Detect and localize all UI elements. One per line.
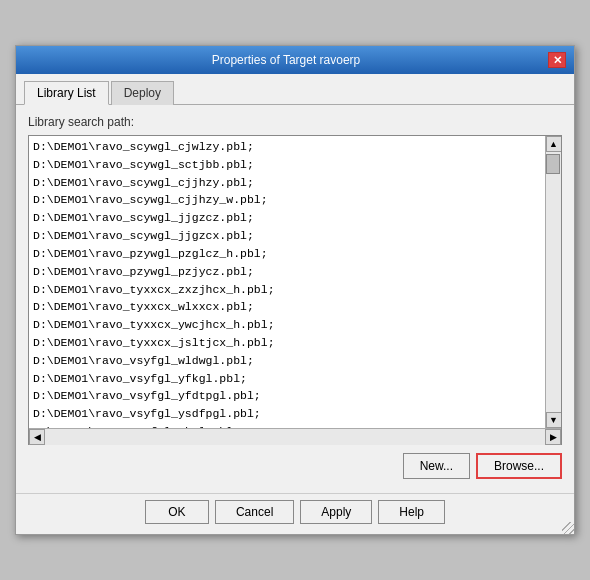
cancel-button[interactable]: Cancel (215, 500, 294, 524)
list-item: D:\DEMO1\ravo_tyxxcx_jsltjcx_h.pbl; (33, 334, 541, 352)
apply-button[interactable]: Apply (300, 500, 372, 524)
list-item: D:\DEMO1\ravo_scywgl_cjwlzy.pbl; (33, 138, 541, 156)
scroll-right-arrow[interactable]: ▶ (545, 429, 561, 445)
list-item: D:\DEMO1\ravo_scywgl_jjgzcz.pbl; (33, 209, 541, 227)
list-item: D:\DEMO1\ravo_vsyfgl_yfdtpgl.pbl; (33, 387, 541, 405)
list-item: D:\DEMO1\ravo_scywgl_cjjhzy.pbl; (33, 174, 541, 192)
new-button[interactable]: New... (403, 453, 470, 479)
size-grip (562, 522, 574, 534)
scroll-left-arrow[interactable]: ◀ (29, 429, 45, 445)
horizontal-scrollbar[interactable]: ◀ ▶ (29, 428, 561, 444)
tab-bar: Library List Deploy (16, 74, 574, 105)
list-item: D:\DEMO1\ravo_tyxxcx_wlxxcx.pbl; (33, 298, 541, 316)
list-item: D:\DEMO1\ravo_pzywgl_pzjycz.pbl; (33, 263, 541, 281)
vertical-scrollbar[interactable]: ▲ ▼ (545, 136, 561, 428)
tab-library-list[interactable]: Library List (24, 81, 109, 105)
list-item: D:\DEMO1\ravo_tyxxcx_zxzjhcx_h.pbl; (33, 281, 541, 299)
scroll-up-arrow[interactable]: ▲ (546, 136, 562, 152)
list-item: D:\DEMO1\ravo_scywgl_cjjhzy_w.pbl; (33, 191, 541, 209)
title-bar: Properties of Target ravoerp ✕ (16, 46, 574, 74)
h-scroll-track[interactable] (45, 429, 545, 445)
action-buttons: New... Browse... (28, 453, 562, 483)
tab-content: Library search path: D:\DEMO1\ravo_scywg… (16, 105, 574, 493)
section-label: Library search path: (28, 115, 562, 129)
list-item: D:\DEMO1\ravo_vsyfgl_wldwgl.pbl; (33, 352, 541, 370)
scroll-thumb[interactable] (546, 154, 560, 174)
help-button[interactable]: Help (378, 500, 445, 524)
dialog-title: Properties of Target ravoerp (24, 53, 548, 67)
close-button[interactable]: ✕ (548, 52, 566, 68)
list-item: D:\DEMO1\ravo_scywgl_sctjbb.pbl; (33, 156, 541, 174)
list-item: D:\DEMO1\ravo_vsyfgl_yfkgl.pbl; (33, 370, 541, 388)
list-item: D:\DEMO1\ravo_scywgl_jjgzcx.pbl; (33, 227, 541, 245)
bottom-buttons: OK Cancel Apply Help (16, 493, 574, 534)
scroll-down-arrow[interactable]: ▼ (546, 412, 562, 428)
ok-button[interactable]: OK (145, 500, 209, 524)
list-item: D:\DEMO1\ravo_tyxxcx_ywcjhcx_h.pbl; (33, 316, 541, 334)
scroll-track[interactable] (546, 152, 561, 412)
browse-button[interactable]: Browse... (476, 453, 562, 479)
library-list[interactable]: D:\DEMO1\ravo_scywgl_cjwlzy.pbl;D:\DEMO1… (29, 136, 545, 428)
list-item: D:\DEMO1\ravo_vsyfgl_ysdfpgl.pbl; (33, 405, 541, 423)
tab-deploy[interactable]: Deploy (111, 81, 174, 105)
list-item: D:\DEMO1\ravo_pzywgl_pzglcz_h.pbl; (33, 245, 541, 263)
